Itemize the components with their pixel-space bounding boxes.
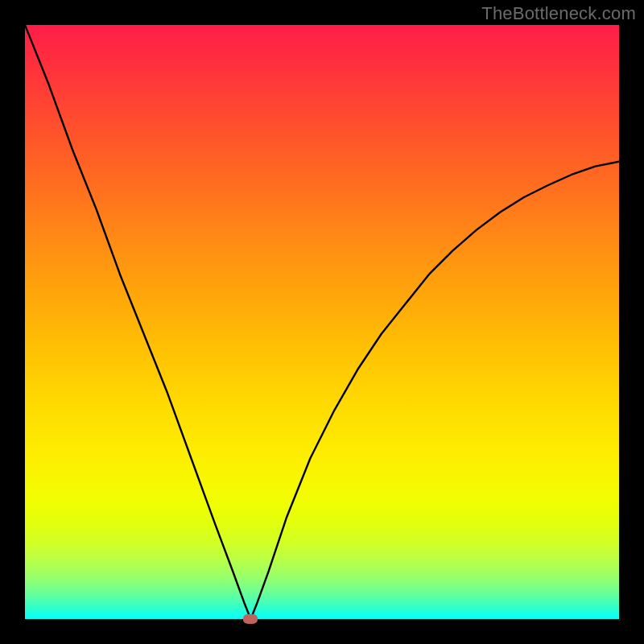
plot-area xyxy=(25,25,619,619)
chart-frame: TheBottleneck.com xyxy=(0,0,644,644)
bottleneck-curve xyxy=(25,25,619,619)
minimum-marker xyxy=(243,614,258,624)
watermark-text: TheBottleneck.com xyxy=(481,3,636,24)
